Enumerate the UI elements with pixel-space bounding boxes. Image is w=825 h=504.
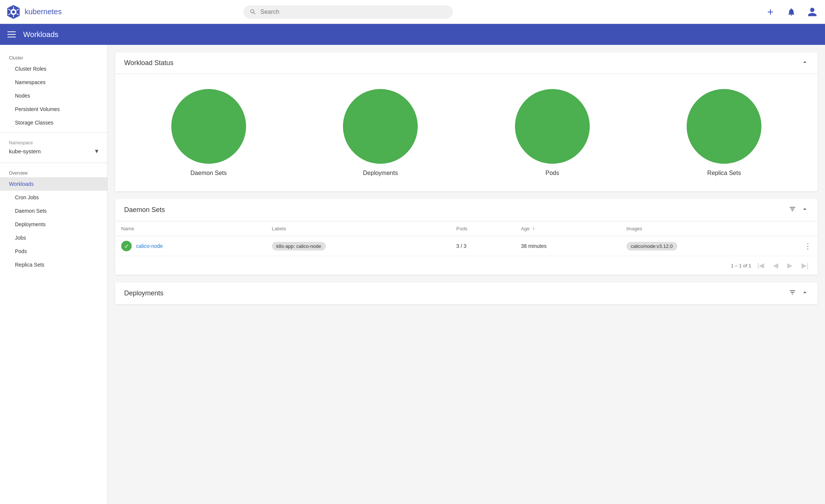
sidebar: Cluster Cluster Roles Namespaces Nodes P… <box>0 45 108 504</box>
status-item-pods[interactable]: Pods <box>515 89 590 176</box>
sidebar-item-workloads[interactable]: Workloads <box>0 177 107 191</box>
daemon-sets-table: Name Labels Pods Age ↑ <box>115 221 818 256</box>
daemon-sets-card: Daemon Sets <box>115 199 818 275</box>
namespace-section: Namespace kube-system ▾ <box>0 136 107 160</box>
search-input[interactable] <box>260 9 447 15</box>
layout: Cluster Cluster Roles Namespaces Nodes P… <box>0 45 825 504</box>
pods-label: Pods <box>546 170 559 176</box>
row-more-icon[interactable]: ⋮ <box>804 242 812 251</box>
hamburger-button[interactable] <box>7 31 16 37</box>
status-item-replica-sets[interactable]: Replica Sets <box>687 89 761 176</box>
daemon-sets-title: Daemon Sets <box>124 206 165 214</box>
deployments-label: Deployments <box>363 170 398 176</box>
daemon-sets-header: Daemon Sets <box>115 199 818 221</box>
col-images: Images <box>620 221 818 236</box>
logo-area: kubernetes <box>6 4 88 19</box>
row-label-chip: k8s-app: calico-node <box>272 242 326 251</box>
status-item-daemon-sets[interactable]: Daemon Sets <box>171 89 246 176</box>
row-age-cell: 38 minutes <box>515 236 620 256</box>
filter-icon-2 <box>788 288 797 296</box>
daemon-sets-table-container: Name Labels Pods Age ↑ <box>115 221 818 275</box>
sidebar-divider-2 <box>0 163 107 163</box>
sidebar-item-nodes[interactable]: Nodes <box>0 89 107 102</box>
daemon-sets-filter-button[interactable] <box>788 205 797 215</box>
notifications-button[interactable] <box>785 5 798 19</box>
col-pods: Pods <box>450 221 515 236</box>
collapse-icon-3 <box>801 289 809 296</box>
deployments-collapse-button[interactable] <box>801 289 809 298</box>
sidebar-item-jobs[interactable]: Jobs <box>0 231 107 245</box>
collapse-icon <box>801 58 809 66</box>
pagination-first-button[interactable]: |◀ <box>754 260 767 271</box>
user-button[interactable] <box>806 5 819 19</box>
page-header: Workloads <box>0 24 825 45</box>
workload-status-header: Workload Status <box>115 52 818 74</box>
bell-icon <box>787 7 796 16</box>
row-images-cell: calico/node:v3.12.0 ⋮ <box>620 236 818 256</box>
daemon-sets-collapse-button[interactable] <box>801 205 809 215</box>
deployments-filter-button[interactable] <box>788 288 797 298</box>
pods-circle <box>515 89 590 164</box>
hamburger-line2 <box>7 34 16 35</box>
sidebar-item-deployments[interactable]: Deployments <box>0 218 107 231</box>
namespace-select[interactable]: kube-system ▾ <box>9 147 98 155</box>
daemon-sets-table-header: Name Labels Pods Age ↑ <box>115 221 818 236</box>
main-content: Workload Status Daemon Sets Deploym <box>108 45 825 504</box>
col-age: Age ↑ <box>515 221 620 236</box>
cluster-section-title: Cluster <box>0 51 107 62</box>
add-icon <box>766 7 775 16</box>
overview-section-title: Overview <box>0 166 107 177</box>
pagination-last-button[interactable]: ▶| <box>798 260 812 271</box>
search-input-wrapper[interactable] <box>243 5 453 19</box>
chevron-down-icon: ▾ <box>95 147 98 155</box>
col-labels: Labels <box>266 221 450 236</box>
status-item-deployments[interactable]: Deployments <box>343 89 418 176</box>
sidebar-item-cluster-roles[interactable]: Cluster Roles <box>0 62 107 76</box>
workload-status-title: Workload Status <box>124 59 174 67</box>
top-nav: kubernetes <box>0 0 825 24</box>
row-image-chip: calico/node:v3.12.0 <box>626 242 677 251</box>
app-name: kubernetes <box>25 7 62 16</box>
kubernetes-logo-icon <box>6 4 21 19</box>
row-name-link[interactable]: calico-node <box>136 243 163 249</box>
sidebar-item-storage-classes[interactable]: Storage Classes <box>0 116 107 129</box>
workload-status-collapse-button[interactable] <box>801 58 809 68</box>
hamburger-line1 <box>7 31 16 32</box>
pagination-range: 1 – 1 of 1 <box>731 263 751 268</box>
sidebar-item-replica-sets[interactable]: Replica Sets <box>0 258 107 271</box>
user-icon <box>807 7 818 17</box>
replica-sets-circle <box>687 89 761 164</box>
pagination-next-button[interactable]: ▶ <box>784 260 795 271</box>
row-pods-cell: 3 / 3 <box>450 236 515 256</box>
sidebar-item-pods[interactable]: Pods <box>0 245 107 258</box>
search-bar <box>243 5 453 19</box>
svg-point-2 <box>12 10 15 13</box>
deployments-card: Deployments <box>115 282 818 304</box>
daemon-sets-label: Daemon Sets <box>190 170 227 176</box>
sidebar-item-persistent-volumes[interactable]: Persistent Volumes <box>0 102 107 116</box>
col-name: Name <box>115 221 266 236</box>
pagination: 1 – 1 of 1 |◀ ◀ ▶ ▶| <box>115 256 818 275</box>
hamburger-line3 <box>7 37 16 37</box>
page-title: Workloads <box>23 30 58 39</box>
sidebar-divider-1 <box>0 132 107 133</box>
namespace-value: kube-system <box>9 148 41 154</box>
nav-actions <box>764 5 819 19</box>
deployments-title: Deployments <box>124 289 163 297</box>
deployments-circle <box>343 89 418 164</box>
replica-sets-label: Replica Sets <box>707 170 741 176</box>
deployments-header: Deployments <box>115 282 818 304</box>
workload-status-card: Workload Status Daemon Sets Deploym <box>115 52 818 191</box>
workload-status-actions <box>801 58 809 68</box>
daemon-sets-circle <box>171 89 246 164</box>
sidebar-item-namespaces[interactable]: Namespaces <box>0 76 107 89</box>
age-sort-icon: ↑ <box>533 226 535 231</box>
collapse-icon-2 <box>801 205 809 213</box>
add-button[interactable] <box>764 5 777 19</box>
pagination-prev-button[interactable]: ◀ <box>770 260 781 271</box>
row-status-icon: ✓ <box>121 241 132 251</box>
workload-status-grid: Daemon Sets Deployments Pods Replica Set… <box>115 74 818 191</box>
sidebar-item-daemon-sets[interactable]: Daemon Sets <box>0 204 107 218</box>
sidebar-item-cron-jobs[interactable]: Cron Jobs <box>0 191 107 204</box>
row-labels-cell: k8s-app: calico-node <box>266 236 450 256</box>
